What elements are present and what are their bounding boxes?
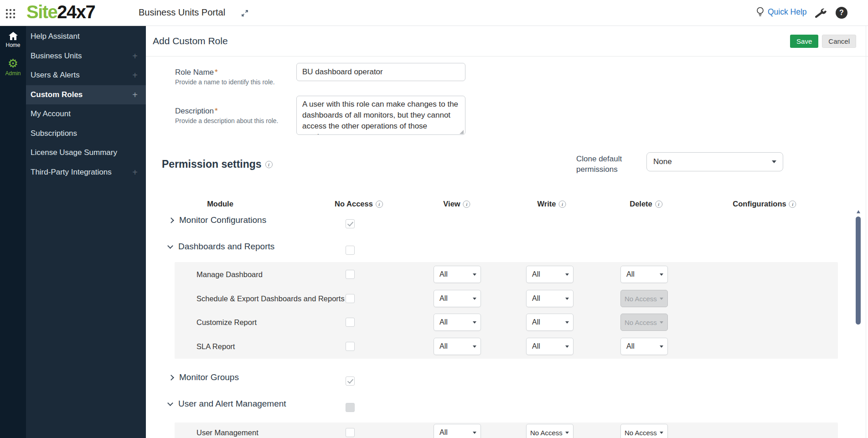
chevron-down-icon[interactable]	[167, 400, 173, 406]
no-access-checkbox-user-and-alert-management[interactable]	[346, 403, 355, 412]
clone-permissions-dropdown[interactable]: None	[646, 152, 783, 171]
view-dropdown-customize-report[interactable]: All	[434, 314, 481, 331]
chevron-down-icon	[473, 273, 476, 276]
write-dropdown-customize-report[interactable]: All	[526, 314, 574, 331]
chevron-down-icon	[473, 432, 476, 434]
sidebar-item-third-party-integrations[interactable]: Third-Party Integrations+	[26, 163, 146, 182]
gear-icon: ⚙	[0, 58, 26, 69]
quick-help-button[interactable]: Quick Help	[756, 6, 807, 18]
textarea-resize-handle[interactable]	[460, 130, 464, 134]
delete-dropdown-customize-report: No Access	[620, 314, 668, 331]
delete-dropdown-schedule-export: No Access	[620, 290, 668, 307]
info-icon[interactable]: i	[558, 201, 566, 208]
no-access-checkbox-monitor-groups[interactable]	[346, 376, 355, 386]
logo-site-part: Site	[26, 2, 57, 22]
sub-row-label: Manage Dashboard	[196, 270, 263, 279]
chevron-down-icon	[473, 321, 476, 324]
group-row-dashboards-and-reports[interactable]: Dashboards and Reports	[168, 242, 274, 252]
chevron-down-icon	[565, 432, 569, 434]
scrollbar-up-arrow[interactable]	[857, 210, 860, 213]
group-row-monitor-configurations[interactable]: Monitor Configurations	[169, 215, 266, 225]
description-textarea[interactable]: A user with this role can make changes t…	[296, 96, 465, 135]
write-dropdown-schedule-export[interactable]: All	[526, 290, 574, 307]
write-dropdown-manage-dashboard[interactable]: All	[526, 266, 574, 283]
view-dropdown-manage-dashboard[interactable]: All	[434, 266, 481, 283]
group-label: User and Alert Management	[178, 399, 286, 409]
no-access-checkbox-monitor-configurations[interactable]	[346, 219, 355, 228]
no-access-checkbox-customize-report[interactable]	[346, 318, 355, 327]
no-access-checkbox-dashboards-and-reports[interactable]	[346, 246, 355, 255]
delete-dropdown-sla-report[interactable]: All	[620, 338, 668, 355]
required-asterisk: *	[215, 107, 218, 115]
dashboards-and-reports-subpanel	[175, 262, 838, 359]
sidebar-item-users-alerts[interactable]: Users & Alerts+	[26, 66, 146, 85]
sub-row-label: User Management	[196, 428, 258, 437]
chevron-down-icon	[660, 298, 663, 300]
cancel-button[interactable]: Cancel	[822, 35, 856, 48]
info-icon[interactable]: i	[789, 201, 796, 208]
delete-dropdown-user-management[interactable]: No Access	[620, 424, 668, 438]
delete-dropdown-manage-dashboard[interactable]: All	[620, 266, 668, 283]
group-row-monitor-groups[interactable]: Monitor Groups	[169, 372, 239, 382]
portal-title: Business Units Portal	[139, 7, 225, 18]
plus-icon[interactable]: +	[132, 90, 138, 100]
site24x7-logo[interactable]: Site24x7	[26, 2, 95, 22]
view-dropdown-sla-report[interactable]: All	[434, 338, 481, 355]
no-access-checkbox-schedule-export[interactable]	[346, 294, 355, 303]
main-area: Add Custom Role Save Cancel Role Name* P…	[146, 26, 868, 438]
column-header-no-access: No Accessi	[335, 200, 383, 208]
plus-icon[interactable]: +	[132, 70, 138, 81]
sidebar-item-subscriptions[interactable]: Subscriptions	[26, 124, 146, 143]
info-icon[interactable]: i	[655, 201, 662, 208]
question-glyph: ?	[839, 9, 844, 17]
no-access-checkbox-sla-report[interactable]	[346, 342, 355, 351]
chevron-down-icon[interactable]	[167, 243, 173, 249]
group-row-user-and-alert-management[interactable]: User and Alert Management	[168, 399, 286, 409]
fullscreen-expand-icon[interactable]	[241, 9, 249, 17]
role-name-input[interactable]	[296, 63, 465, 81]
info-icon[interactable]: i	[463, 201, 470, 208]
no-access-checkbox-user-management[interactable]	[346, 428, 355, 437]
logo-24x7-part: 24x7	[57, 2, 95, 22]
view-dropdown-user-management[interactable]: All	[434, 424, 481, 438]
info-icon[interactable]: i	[265, 161, 273, 168]
sidebar-item-custom-roles[interactable]: Custom Roles+	[26, 85, 146, 104]
wrench-icon[interactable]	[814, 7, 827, 19]
chevron-right-icon[interactable]	[168, 375, 174, 381]
rail-item-admin[interactable]: ⚙ Admin	[0, 58, 26, 77]
menu-label: Business Units	[31, 52, 82, 61]
description-label: Description*	[175, 107, 218, 116]
rail-item-home[interactable]: Home	[0, 31, 26, 48]
user-alert-management-subpanel	[175, 423, 838, 438]
sidebar-item-help-assistant[interactable]: Help Assistant	[26, 27, 146, 46]
sidebar-item-business-units[interactable]: Business Units+	[26, 46, 146, 66]
chevron-right-icon[interactable]	[168, 217, 174, 223]
help-icon[interactable]: ?	[836, 7, 847, 19]
column-header-module: Module	[207, 200, 233, 208]
menu-label: My Account	[31, 109, 71, 119]
plus-icon[interactable]: +	[132, 51, 138, 62]
column-header-write: Writei	[537, 200, 566, 208]
sub-row-label: Customize Report	[196, 318, 257, 327]
write-dropdown-sla-report[interactable]: All	[526, 338, 574, 355]
app-grid-icon[interactable]	[5, 9, 16, 19]
sidebar-item-license-usage-summary[interactable]: License Usage Summary	[26, 143, 146, 162]
page-title: Add Custom Role	[153, 36, 228, 46]
scrollbar-thumb[interactable]	[856, 216, 861, 325]
write-dropdown-user-management[interactable]: No Access	[526, 424, 574, 438]
form-content: Role Name* Provide a name to identify th…	[146, 57, 868, 438]
permission-settings-heading: Permission settings i	[162, 158, 273, 170]
no-access-checkbox-manage-dashboard[interactable]	[346, 270, 355, 279]
chevron-down-icon	[660, 432, 663, 434]
save-button[interactable]: Save	[790, 35, 818, 48]
page-header: Add Custom Role Save Cancel	[146, 26, 868, 57]
info-icon[interactable]: i	[376, 201, 383, 208]
group-label: Monitor Groups	[179, 372, 239, 382]
admin-label: Admin	[0, 70, 26, 77]
description-helper: Provide a description about this role.	[175, 117, 278, 124]
view-dropdown-schedule-export[interactable]: All	[434, 290, 481, 307]
sidebar-item-my-account[interactable]: My Account	[26, 104, 146, 124]
sidebar-icon-rail: Home ⚙ Admin 17:35	[0, 26, 26, 438]
top-app-bar: Site24x7 Business Units Portal Quick Hel…	[0, 0, 868, 26]
plus-icon[interactable]: +	[132, 167, 138, 178]
